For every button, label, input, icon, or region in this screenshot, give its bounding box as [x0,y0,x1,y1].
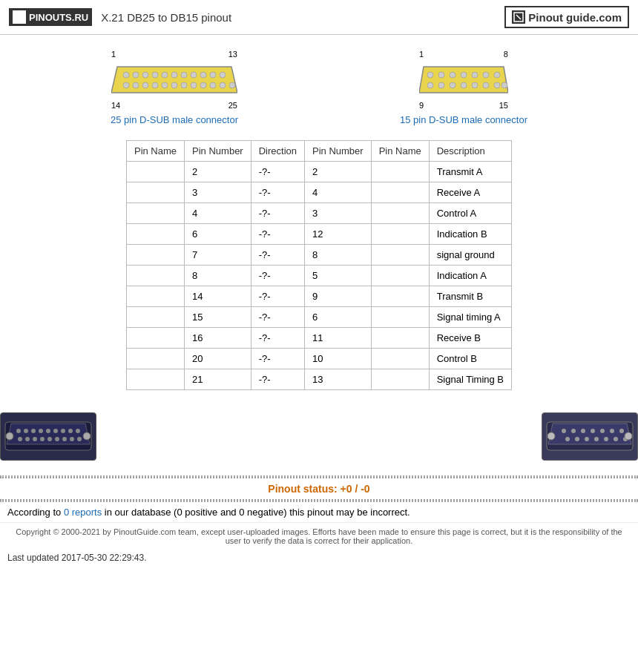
svg-point-7 [133,72,139,78]
table-cell-1: 4 [185,203,251,224]
copyright-text: Copyright © 2000-2021 by PinoutGuide.com… [16,527,622,545]
table-cell-4 [371,369,429,390]
svg-point-17 [123,82,129,88]
table-cell-3: 10 [304,349,371,369]
table-cell-4 [371,182,429,203]
page-header: PINOUTS.RU X.21 DB25 to DB15 pinout Pino… [0,0,638,35]
page-title: X.21 DB25 to DB15 pinout [101,11,231,24]
table-cell-2: -?- [251,224,304,245]
svg-point-12 [181,72,187,78]
table-cell-5: Signal timing A [429,307,511,328]
svg-point-20 [152,82,158,88]
table-cell-4 [371,286,429,307]
table-row: 7-?-8signal ground [126,245,511,266]
svg-point-59 [40,437,45,441]
table-cell-5: Control B [429,349,511,369]
svg-point-56 [18,437,22,441]
db25-connector-block: 1 13 [111,50,238,125]
svg-point-25 [200,82,206,88]
status-text-after: in our database (0 positive and 0 negati… [102,507,410,518]
svg-point-40 [461,82,467,88]
table-cell-4 [371,349,429,369]
svg-point-64 [77,437,82,441]
table-cell-0 [126,266,184,286]
svg-marker-46 [7,424,90,444]
svg-point-53 [61,429,65,433]
table-cell-3: 2 [304,162,371,182]
table-cell-4 [371,162,429,182]
status-bar-border: Pinout status: +0 / -0 [0,475,638,502]
table-cell-1: 6 [185,224,251,245]
svg-point-22 [171,82,177,88]
svg-point-35 [483,72,489,78]
table-cell-4 [371,224,429,245]
col-pin-num-l: Pin Number [185,141,251,162]
table-cell-2: -?- [251,245,304,266]
svg-point-80 [604,437,608,441]
table-cell-3: 5 [304,266,371,286]
svg-point-26 [210,82,216,88]
guide-text: Pinout [528,11,563,24]
table-cell-4 [371,203,429,224]
table-cell-5: Receive B [429,328,511,349]
table-cell-5: Transmit A [429,162,511,182]
table-cell-2: -?- [251,286,304,307]
table-cell-2: -?- [251,266,304,286]
table-cell-3: 13 [304,369,371,390]
pinoutguide-logo[interactable]: Pinoutguide.com [504,6,629,28]
svg-point-83 [547,432,555,440]
table-row: 14-?-9Transmit B [126,286,511,307]
table-header-row: Pin Name Pin Number Direction Pin Number… [126,141,511,162]
svg-point-38 [438,82,444,88]
svg-point-47 [16,429,21,433]
svg-point-50 [39,429,43,433]
table-cell-5: Receive A [429,182,511,203]
db15-pin-numbers-bottom: 9 15 [419,101,508,110]
table-cell-1: 7 [185,245,251,266]
svg-point-62 [62,437,67,441]
svg-point-11 [171,72,177,78]
svg-point-75 [619,429,624,433]
table-cell-5: signal ground [429,245,511,266]
table-cell-4 [371,307,429,328]
svg-point-51 [46,429,50,433]
last-updated: Last updated 2017-05-30 22:29:43. [0,550,638,566]
table-cell-1: 16 [185,328,251,349]
svg-point-31 [438,72,444,78]
table-cell-5: Indication B [429,224,511,245]
svg-point-21 [162,82,168,88]
svg-point-61 [55,437,59,441]
svg-point-15 [210,72,216,78]
table-cell-0 [126,224,184,245]
svg-point-58 [33,437,37,441]
table-cell-0 [126,307,184,328]
db15-pin-top-left: 1 [419,50,424,59]
db25-pin-numbers-bottom: 14 25 [111,101,237,110]
svg-marker-29 [419,67,508,93]
db15-link[interactable]: 15 pin D-SUB male connector [400,114,527,125]
svg-marker-5 [111,67,237,93]
reports-label: reports [72,507,102,518]
table-cell-1: 20 [185,349,251,369]
svg-point-70 [571,429,576,433]
table-cell-3: 12 [304,224,371,245]
table-row: 4-?-3Control A [126,203,511,224]
connector-images-row [0,405,638,468]
table-row: 8-?-5Indication A [126,266,511,286]
svg-point-69 [562,429,566,433]
db15-connector-block: 1 8 [400,50,527,125]
svg-point-10 [162,72,168,78]
svg-point-9 [152,72,158,78]
table-cell-3: 4 [304,182,371,203]
db25-link[interactable]: 25 pin D-SUB male connector [111,114,238,125]
svg-point-44 [501,82,507,88]
reports-link[interactable]: 0 reports [64,507,102,518]
svg-point-37 [427,82,433,88]
table-cell-5: Transmit B [429,286,511,307]
svg-point-57 [25,437,30,441]
table-cell-0 [126,245,184,266]
svg-point-14 [200,72,206,78]
svg-point-34 [472,72,478,78]
svg-point-65 [6,432,13,440]
table-cell-2: -?- [251,349,304,369]
